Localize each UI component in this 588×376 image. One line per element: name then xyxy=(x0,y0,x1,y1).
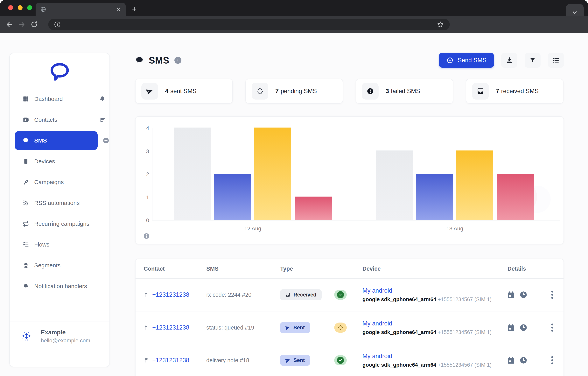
clock-icon[interactable] xyxy=(519,356,527,364)
sidebar-nav: Dashboard xyxy=(15,90,105,298)
stat-value: 7 xyxy=(496,88,499,94)
sidebar-item-label: Recurring campaigns xyxy=(34,220,89,227)
sms-activity-chart: 4 3 2 1 0 12 Aug 13 Aug xyxy=(135,116,564,244)
device-link[interactable]: My android xyxy=(362,353,492,360)
stat-label: received SMS xyxy=(501,88,539,94)
sidebar-item-rss-automations[interactable]: RSS automations xyxy=(15,194,105,212)
send-sms-button[interactable]: Send SMS xyxy=(439,53,494,68)
sidebar-item-devices[interactable]: Devices xyxy=(15,152,105,171)
inbox-icon xyxy=(472,83,489,100)
type-badge-label: Sent xyxy=(294,325,305,331)
repeat-icon xyxy=(22,220,29,227)
checklist-icon xyxy=(22,241,29,248)
stat-card-pending: 7pending SMS xyxy=(245,79,343,104)
globe-icon xyxy=(40,6,46,13)
status-success-icon xyxy=(334,290,347,300)
clock-icon[interactable] xyxy=(519,324,527,332)
column-header-device: Device xyxy=(362,266,381,272)
column-header-contact: Contact xyxy=(144,266,165,272)
user-email: hello@example.com xyxy=(41,337,90,344)
notifications-bell-icon[interactable] xyxy=(99,96,105,102)
chat-bubble-icon xyxy=(22,137,29,144)
y-tick: 3 xyxy=(139,148,149,155)
zoom-window-button[interactable] xyxy=(27,5,32,10)
user-profile[interactable]: Example hello@example.com xyxy=(10,322,109,344)
sidebar-item-flows[interactable]: Flows xyxy=(15,235,105,254)
contact-phone-link[interactable]: +1231231238 xyxy=(152,357,189,364)
device-link[interactable]: My android xyxy=(362,287,492,294)
sidebar-item-label: Flows xyxy=(34,241,49,248)
sidebar-item-contacts[interactable]: Contacts xyxy=(15,110,105,129)
sms-text: status: queued #19 xyxy=(206,324,254,331)
device-sim: +15551234567 (SIM 1) xyxy=(438,362,492,368)
close-window-button[interactable] xyxy=(8,5,13,10)
column-header-sms: SMS xyxy=(206,266,219,272)
clock-icon[interactable] xyxy=(519,291,527,299)
device-cell: My android google sdk_gphone64_arm64 +15… xyxy=(362,287,492,303)
new-tab-button[interactable] xyxy=(130,5,139,14)
sidebar-item-label: RSS automations xyxy=(34,200,80,206)
export-download-button[interactable] xyxy=(501,53,517,68)
bar-sent-13aug xyxy=(416,174,453,220)
forward-button[interactable] xyxy=(16,18,28,31)
calendar-icon[interactable] xyxy=(507,324,515,332)
rocket-icon xyxy=(22,179,29,186)
calendar-icon[interactable] xyxy=(507,356,515,364)
sidebar-item-label: Notification handlers xyxy=(34,283,87,290)
browser-tab[interactable] xyxy=(36,3,126,16)
contact-phone-link[interactable]: +1231231238 xyxy=(152,324,189,331)
status-pending-icon xyxy=(334,323,347,333)
page-header: SMS Send SMS xyxy=(135,52,564,68)
paper-plane-icon xyxy=(141,83,158,100)
exclamation-circle-icon xyxy=(362,83,378,100)
stat-label: sent SMS xyxy=(170,88,196,94)
sidebar-item-label: Devices xyxy=(34,158,55,165)
sms-text: rx code: 2244 #20 xyxy=(206,292,252,298)
sidebar-item-notification-handlers[interactable]: Notification handlers xyxy=(15,277,105,295)
sidebar-item-sms[interactable]: SMS xyxy=(15,131,98,150)
page-info-icon[interactable] xyxy=(174,57,181,64)
x-axis-line xyxy=(152,220,560,220)
sidebar-item-label: Contacts xyxy=(34,116,57,123)
add-sms-plus-icon[interactable] xyxy=(102,137,110,144)
sidebar-item-recurring-campaigns[interactable]: Recurring campaigns xyxy=(15,214,105,233)
rss-icon xyxy=(22,200,29,206)
contact-phone-link[interactable]: +1231231238 xyxy=(152,291,189,298)
chart-info-icon[interactable] xyxy=(143,232,150,240)
list-view-button[interactable] xyxy=(548,53,564,68)
sidebar-item-dashboard[interactable]: Dashboard xyxy=(15,90,105,108)
row-menu-kebab-icon[interactable] xyxy=(551,356,554,365)
bar-received-12aug xyxy=(174,127,210,220)
reload-button[interactable] xyxy=(28,18,41,31)
contact-card-icon xyxy=(22,116,29,123)
flag-icon xyxy=(144,357,149,363)
calendar-icon[interactable] xyxy=(507,291,515,299)
row-menu-kebab-icon[interactable] xyxy=(551,291,554,299)
close-tab-icon[interactable] xyxy=(116,6,121,12)
device-link[interactable]: My android xyxy=(362,320,492,327)
site-info-icon[interactable] xyxy=(54,21,61,28)
sidebar-item-label: Dashboard xyxy=(34,96,63,102)
address-bar[interactable] xyxy=(48,19,450,30)
column-header-details: Details xyxy=(507,266,526,272)
y-tick: 1 xyxy=(139,194,149,201)
send-sms-label: Send SMS xyxy=(458,57,486,64)
browser-tab-strip xyxy=(0,0,588,16)
stat-card-received: 7received SMS xyxy=(466,79,564,104)
sidebar-item-segments[interactable]: Segments xyxy=(15,256,105,275)
minimize-window-button[interactable] xyxy=(18,5,22,10)
device-cell: My android google sdk_gphone64_arm64 +15… xyxy=(362,320,492,335)
row-menu-kebab-icon[interactable] xyxy=(551,323,554,332)
column-header-type: Type xyxy=(280,266,293,272)
contacts-chart-icon[interactable] xyxy=(99,116,105,123)
sidebar: Dashboard xyxy=(9,53,110,367)
device-model: google sdk_gphone64_arm64 xyxy=(362,329,436,335)
bookmark-star-icon[interactable] xyxy=(437,21,444,28)
app-logo-bubble-icon[interactable] xyxy=(10,62,109,82)
sms-table: Contact SMS Type Device Details +1231231… xyxy=(135,259,564,376)
sidebar-item-label: Campaigns xyxy=(34,179,64,186)
filter-button[interactable] xyxy=(525,53,541,68)
sidebar-item-campaigns[interactable]: Campaigns xyxy=(15,173,105,191)
bar-received-13aug xyxy=(376,150,413,220)
back-button[interactable] xyxy=(3,18,16,31)
